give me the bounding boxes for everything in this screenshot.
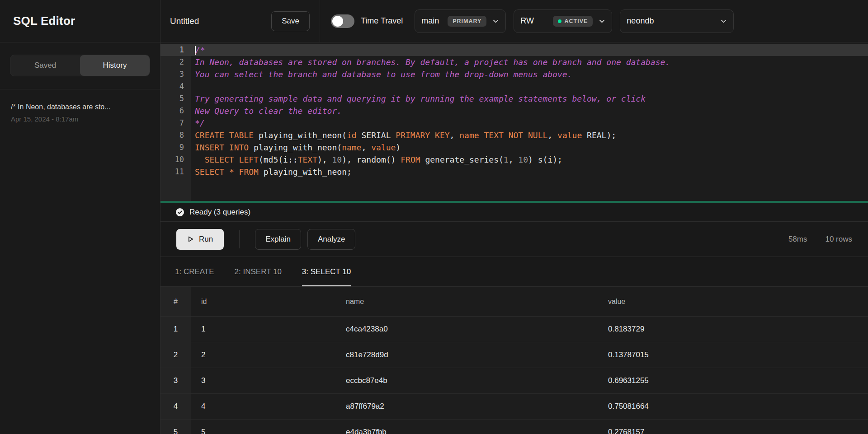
sql-editor-app: SQL Editor Saved History /* In Neon, dat… bbox=[0, 0, 868, 434]
cell-id: 4 bbox=[191, 402, 337, 411]
query-title: Untitled bbox=[170, 16, 199, 26]
cell-name: a87ff679a2 bbox=[337, 402, 599, 411]
cell-index: 5 bbox=[160, 420, 191, 434]
line-number: 6 bbox=[160, 105, 191, 117]
cell-index: 2 bbox=[160, 342, 191, 368]
cell-name: c81e728d9d bbox=[337, 350, 599, 359]
cell-index: 4 bbox=[160, 394, 191, 419]
editor-line[interactable]: 8CREATE TABLE playing_with_neon(id SERIA… bbox=[160, 129, 868, 141]
result-tabs: 1: CREATE 2: INSERT 10 3: SELECT 10 bbox=[160, 257, 868, 287]
editor-line[interactable]: 10 SELECT LEFT(md5(i::TEXT), 10), random… bbox=[160, 154, 868, 166]
save-button[interactable]: Save bbox=[271, 11, 310, 31]
analyze-button[interactable]: Analyze bbox=[307, 229, 355, 250]
cell-index: 1 bbox=[160, 317, 191, 342]
code-line: In Neon, databases are stored on branche… bbox=[191, 56, 868, 68]
history-item-title: /* In Neon, databases are sto... bbox=[11, 103, 149, 111]
code-line: SELECT LEFT(md5(i::TEXT), 10), random() … bbox=[191, 154, 868, 166]
status-bar: Ready (3 queries) bbox=[160, 203, 868, 222]
line-number: 7 bbox=[160, 117, 191, 129]
actions-divider bbox=[239, 230, 240, 248]
result-tab-create[interactable]: 1: CREATE bbox=[175, 257, 214, 286]
code-line: New Query to clear the editor. bbox=[191, 105, 868, 117]
actions-toolbar: Run Explain Analyze 58ms 10 rows bbox=[160, 222, 868, 257]
ready-status-text: Ready (3 queries) bbox=[189, 208, 250, 217]
editor-line[interactable]: 1/* bbox=[160, 44, 868, 56]
branch-select-value: main bbox=[421, 16, 439, 26]
editor-line[interactable]: 4 bbox=[160, 80, 868, 93]
tab-saved[interactable]: Saved bbox=[10, 55, 80, 76]
connection-selects: main PRIMARY RW ACTIVE neondb bbox=[415, 0, 734, 42]
code-line: /* bbox=[191, 44, 868, 56]
run-button[interactable]: Run bbox=[176, 229, 224, 250]
sql-code-editor[interactable]: 1/*2In Neon, databases are stored on bra… bbox=[160, 42, 868, 201]
chevron-down-icon bbox=[599, 18, 605, 24]
column-header-name: name bbox=[337, 298, 599, 306]
line-number: 9 bbox=[160, 141, 191, 154]
query-duration: 58ms bbox=[788, 235, 807, 244]
branch-select[interactable]: main PRIMARY bbox=[415, 9, 506, 33]
compute-select-value: RW bbox=[520, 16, 534, 26]
line-number: 10 bbox=[160, 154, 191, 166]
gutter-filler bbox=[160, 178, 191, 201]
history-list-item[interactable]: /* In Neon, databases are sto... Apr 15,… bbox=[0, 89, 160, 136]
editor-line[interactable]: 7*/ bbox=[160, 117, 868, 129]
run-button-label: Run bbox=[199, 235, 213, 244]
history-item-timestamp: Apr 15, 2024 - 8:17am bbox=[11, 115, 149, 123]
cell-id: 1 bbox=[191, 325, 337, 334]
topbar-left-group: Untitled Save bbox=[160, 0, 320, 42]
cell-index: 3 bbox=[160, 368, 191, 393]
cell-id: 3 bbox=[191, 376, 337, 385]
cell-name: e4da3b7fbb bbox=[337, 428, 599, 434]
table-row[interactable]: 44a87ff679a20.75081664 bbox=[160, 394, 868, 420]
time-travel-toggle[interactable] bbox=[331, 14, 354, 28]
chevron-down-icon bbox=[492, 18, 499, 24]
play-icon bbox=[187, 236, 194, 243]
results-table-header: # id name value bbox=[160, 287, 868, 317]
editor-empty-area[interactable] bbox=[160, 178, 868, 201]
editor-line[interactable]: 9INSERT INTO playing_with_neon(name, val… bbox=[160, 141, 868, 154]
line-number: 3 bbox=[160, 68, 191, 80]
column-header-id: id bbox=[191, 298, 337, 306]
line-number: 1 bbox=[160, 44, 191, 56]
table-row[interactable]: 22c81e728d9d0.13787015 bbox=[160, 342, 868, 368]
table-row[interactable]: 33eccbc87e4b0.69631255 bbox=[160, 368, 868, 394]
code-line: INSERT INTO playing_with_neon(name, valu… bbox=[191, 141, 868, 154]
results-table: # id name value 11c4ca4238a00.818372922c… bbox=[160, 287, 868, 434]
editor-line[interactable]: 2In Neon, databases are stored on branch… bbox=[160, 56, 868, 68]
editor-line[interactable]: 6New Query to clear the editor. bbox=[160, 105, 868, 117]
editor-line[interactable]: 11SELECT * FROM playing_with_neon; bbox=[160, 166, 868, 178]
time-travel-label: Time Travel bbox=[361, 16, 403, 26]
code-line: Try generating sample data and querying … bbox=[191, 93, 868, 105]
explain-button[interactable]: Explain bbox=[255, 229, 301, 250]
line-number: 2 bbox=[160, 56, 191, 68]
compute-select[interactable]: RW ACTIVE bbox=[514, 9, 612, 33]
table-row[interactable]: 55e4da3b7fbb0.2768157 bbox=[160, 420, 868, 434]
editor-line[interactable]: 3You can select the branch and database … bbox=[160, 68, 868, 80]
sidebar: SQL Editor Saved History /* In Neon, dat… bbox=[0, 0, 160, 434]
result-tab-insert[interactable]: 2: INSERT 10 bbox=[235, 257, 282, 286]
cell-value: 0.13787015 bbox=[599, 350, 868, 359]
tab-history[interactable]: History bbox=[80, 55, 150, 76]
column-header-value: value bbox=[599, 298, 868, 306]
cell-value: 0.2768157 bbox=[599, 428, 868, 434]
main-panel: Untitled Save Time Travel main PRIMARY R… bbox=[160, 0, 868, 434]
result-tab-select[interactable]: 3: SELECT 10 bbox=[302, 257, 351, 286]
code-line bbox=[191, 80, 868, 93]
code-filler bbox=[191, 178, 868, 201]
cell-id: 5 bbox=[191, 428, 337, 434]
compute-active-badge: ACTIVE bbox=[553, 16, 593, 27]
table-row[interactable]: 11c4ca4238a00.8183729 bbox=[160, 317, 868, 342]
line-number: 5 bbox=[160, 93, 191, 105]
editor-line[interactable]: 5Try generating sample data and querying… bbox=[160, 93, 868, 105]
time-travel-group: Time Travel bbox=[320, 0, 403, 42]
code-line: CREATE TABLE playing_with_neon(id SERIAL… bbox=[191, 129, 868, 141]
line-number: 11 bbox=[160, 166, 191, 178]
line-number: 8 bbox=[160, 129, 191, 141]
cell-id: 2 bbox=[191, 350, 337, 359]
saved-history-segmented-control: Saved History bbox=[10, 55, 150, 76]
column-header-index: # bbox=[160, 287, 191, 316]
page-title: SQL Editor bbox=[13, 14, 75, 28]
database-select[interactable]: neondb bbox=[620, 9, 734, 33]
database-select-value: neondb bbox=[627, 16, 654, 26]
code-line: SELECT * FROM playing_with_neon; bbox=[191, 166, 868, 178]
